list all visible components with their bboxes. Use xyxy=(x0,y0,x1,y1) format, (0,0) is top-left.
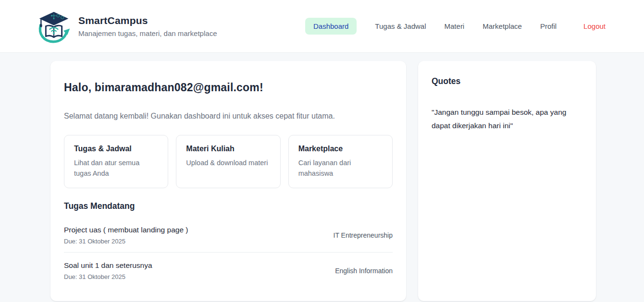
main-nav: Dashboard Tugas & Jadwal Materi Marketpl… xyxy=(305,18,606,35)
quick-card-title: Materi Kuliah xyxy=(186,145,270,153)
app-title: SmartCampus xyxy=(78,15,217,26)
brand: SmartCampus Manajemen tugas, materi, dan… xyxy=(36,9,217,44)
nav-item-materi[interactable]: Materi xyxy=(445,22,465,30)
nav-item-profil[interactable]: Profil xyxy=(540,22,557,30)
quote-text: "Jangan tunggu sampai besok, apa yang da… xyxy=(432,106,582,133)
smartcampus-logo-icon xyxy=(36,9,72,44)
task-row[interactable]: Soal unit 1 dan seterusnya Due: 31 Oktob… xyxy=(64,252,393,288)
task-course-label: English Information xyxy=(335,267,393,275)
nav-item-dashboard[interactable]: Dashboard xyxy=(305,18,357,35)
app-header: SmartCampus Manajemen tugas, materi, dan… xyxy=(0,0,644,53)
logout-link[interactable]: Logout xyxy=(583,22,606,30)
task-info: Soal unit 1 dan seterusnya Due: 31 Oktob… xyxy=(64,261,152,280)
quick-card-description: Lihat dan atur semua tugas Anda xyxy=(74,157,158,179)
task-title: Project uas ( membuat landing page ) xyxy=(64,226,188,234)
task-due-date: Due: 31 Oktober 2025 xyxy=(64,273,152,280)
nav-item-marketplace[interactable]: Marketplace xyxy=(483,22,522,30)
quotes-heading: Quotes xyxy=(432,76,582,86)
task-list: Project uas ( membuat landing page ) Due… xyxy=(64,217,393,288)
app-subtitle: Manajemen tugas, materi, dan marketplace xyxy=(78,29,217,37)
task-course-label: IT Entrepreneurship xyxy=(334,231,393,239)
quick-card-description: Upload & download materi xyxy=(186,157,270,168)
task-row[interactable]: Project uas ( membuat landing page ) Due… xyxy=(64,217,393,252)
task-due-date: Due: 31 Oktober 2025 xyxy=(64,238,188,245)
quick-card-marketplace[interactable]: Marketplace Cari layanan dari mahasiswa xyxy=(288,135,393,188)
quick-card-materi-kuliah[interactable]: Materi Kuliah Upload & download materi xyxy=(176,135,280,188)
main-content: Halo, bimaramadhan082@gmail.com! Selamat… xyxy=(0,53,644,302)
quick-card-title: Marketplace xyxy=(298,145,383,153)
task-info: Project uas ( membuat landing page ) Due… xyxy=(64,226,188,245)
task-title: Soal unit 1 dan seterusnya xyxy=(64,261,152,270)
greeting-subtitle: Selamat datang kembali! Gunakan dashboar… xyxy=(64,112,393,121)
dashboard-card: Halo, bimaramadhan082@gmail.com! Selamat… xyxy=(50,61,406,301)
quick-card-description: Cari layanan dari mahasiswa xyxy=(298,157,383,179)
upcoming-tasks-heading: Tugas Mendatang xyxy=(64,201,393,211)
nav-item-tugas-jadwal[interactable]: Tugas & Jadwal xyxy=(375,22,426,30)
quick-card-title: Tugas & Jadwal xyxy=(74,145,158,153)
quotes-card: Quotes "Jangan tunggu sampai besok, apa … xyxy=(418,61,596,301)
brand-text: SmartCampus Manajemen tugas, materi, dan… xyxy=(78,15,217,37)
greeting-title: Halo, bimaramadhan082@gmail.com! xyxy=(64,81,393,94)
quick-card-tugas-jadwal[interactable]: Tugas & Jadwal Lihat dan atur semua tuga… xyxy=(64,135,168,188)
quick-links: Tugas & Jadwal Lihat dan atur semua tuga… xyxy=(64,135,393,188)
